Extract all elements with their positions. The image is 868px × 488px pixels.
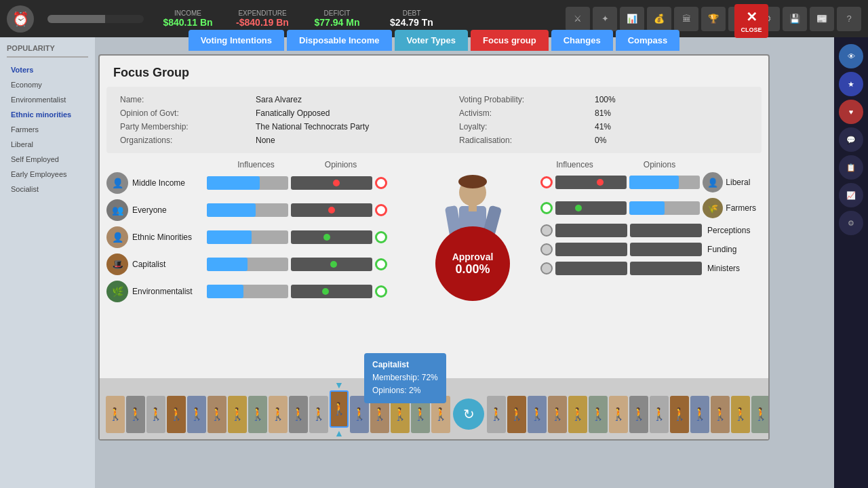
person-figure[interactable]: 🚶 [330,390,349,428]
tab-focus-group[interactable]: Focus group [471,30,549,51]
tab-voting-intentions[interactable]: Voting Intentions [189,30,284,51]
influence-bar-environmentalist [207,285,288,298]
person-figure[interactable]: 🚶 [690,396,709,433]
label-perceptions: Perceptions [707,226,764,235]
influence-bar-capitalist [207,258,288,271]
label-environmentalist: Environmentalist [132,287,207,296]
refresh-button[interactable]: ↻ [453,399,484,430]
person-figure[interactable]: 🚶 [146,396,165,433]
close-button[interactable]: ✕ CLOSE [734,4,768,38]
sidebar-item-economy[interactable]: Economy [7,78,88,92]
tab-disposable-income[interactable]: Disposable Income [287,30,391,51]
person-figure[interactable]: 🚶 [167,396,186,433]
right-icon-5[interactable]: 📋 [839,155,863,180]
row-middle-income[interactable]: 👤 Middle Income [106,172,405,194]
person-figure[interactable]: 🚶 [731,396,750,433]
row-ministers[interactable]: Ministers [540,262,764,275]
row-funding[interactable]: Funding [540,243,764,256]
person-figure[interactable]: 🚶 [650,396,669,433]
opinion-bar-capitalist [291,258,372,271]
person-figure[interactable]: 🚶 [289,396,308,433]
person-figure[interactable]: 🚶 [487,396,506,433]
person-figure[interactable]: 🚶 [548,396,567,433]
opinion-marker-farmers [575,205,582,211]
person-figure[interactable]: 🚶 [208,396,226,433]
sidebar-item-farmers[interactable]: Farmers [7,123,88,136]
person-figure[interactable]: 🚶 [187,396,206,433]
influence-bar-liberal [629,176,701,189]
sidebar-item-socialist[interactable]: Socialist [7,182,88,196]
person-figure[interactable]: 🚶 [711,396,730,433]
person-figure[interactable]: 🚶 [309,396,328,433]
save-icon[interactable]: 💾 [783,7,807,31]
news-icon[interactable]: 📰 [810,7,834,31]
person-figure[interactable]: 🚶 [589,396,608,433]
person-figure[interactable]: 🚶 [507,396,526,433]
avatar-capitalist: 🎩 [106,253,128,275]
right-icon-1[interactable]: 👁 [839,44,863,68]
tab-compass[interactable]: Compass [616,30,680,51]
person-figure[interactable]: 🚶 [568,396,587,433]
row-perceptions[interactable]: Perceptions [540,224,764,237]
person-figure[interactable]: 🚶 [751,396,768,433]
row-liberal[interactable]: 👤 Liberal [540,172,764,192]
opinion-bar-funding [555,243,627,256]
opinion-bar-ethnic-minorities [291,230,372,244]
row-capitalist[interactable]: 🎩 Capitalist [106,253,405,275]
ministry-icon[interactable]: 🏛 [674,7,698,31]
tab-voter-types[interactable]: Voter Types [395,30,468,51]
avatar-middle-income: 👤 [106,172,128,194]
person-figure[interactable]: 🚶 [126,396,145,433]
label-everyone: Everyone [132,205,207,215]
connector-ethnic-minorities [375,231,387,243]
right-icon-4[interactable]: 💬 [839,127,863,152]
right-icon-6[interactable]: 📈 [839,183,863,207]
person-figure[interactable]: 🚶 [228,396,247,433]
sidebar-item-ethnic-minorities[interactable]: Ethnic minorities [7,108,88,121]
trophy-icon[interactable]: 🏆 [701,7,726,31]
label-ministers: Ministers [707,264,764,273]
clock-icon: ⏰ [7,5,34,33]
right-icon-7[interactable]: ⚙ [839,211,863,235]
sidebar-item-self-employed[interactable]: Self Employed [7,152,88,166]
row-everyone[interactable]: 👥 Everyone [106,199,405,221]
policy-icon[interactable]: ⚔ [566,7,590,31]
row-farmers[interactable]: 🌾 Farmers [540,198,764,218]
sidebar-item-environmentalist[interactable]: Environmentalist [7,93,88,106]
help-icon[interactable]: ? [837,7,861,31]
person-figure[interactable]: 🚶 [106,396,125,433]
money-icon[interactable]: 💰 [647,7,671,31]
person-figure[interactable]: 🚶 [670,396,689,433]
opinion-bar-ministers [555,262,627,275]
sidebar-item-liberal[interactable]: Liberal [7,138,88,151]
stats-icon[interactable]: 📊 [620,7,644,31]
tooltip-title: Capitalist [372,359,438,371]
avatar-environmentalist: 🌿 [106,281,128,302]
sidebar-item-early-employees[interactable]: Early Employees [7,167,88,181]
influence-bar-middle-income [207,176,288,190]
person-figure[interactable]: 🚶 [269,396,288,433]
right-icon-3[interactable]: ♥ [839,100,863,124]
label-funding: Funding [707,245,764,254]
person-figure[interactable]: 🚶 [248,396,267,433]
row-environmentalist[interactable]: 🌿 Environmentalist [106,281,405,302]
influence-fill-farmers [629,201,665,215]
tab-changes[interactable]: Changes [551,30,613,51]
diagram-area: Influences Opinions Influences Opinions … [100,153,768,384]
label-farmers: Farmers [726,203,764,213]
svg-point-1 [458,175,487,188]
person-figure[interactable]: 🚶 [528,396,547,433]
connector-funding [540,243,553,256]
center-area: Approval 0.00% [405,172,540,308]
person-figure[interactable]: 🚶 [629,396,648,433]
party-icon[interactable]: ✦ [593,7,617,31]
right-icon-2[interactable]: ★ [839,72,863,96]
tooltip-membership: Membership: 72% [372,371,438,384]
left-influences-header: Influences [214,160,298,169]
sidebar-item-voters[interactable]: Voters [7,63,88,77]
tooltip-opinions: Opinions: 2% [372,384,438,397]
person-info: Name: Sara Alvarez Voting Probability: 1… [106,87,762,153]
row-ethnic-minorities[interactable]: 👤 Ethnic Minorities [106,226,405,248]
person-figure[interactable]: 🚶 [609,396,628,433]
avatar-liberal: 👤 [703,172,723,192]
